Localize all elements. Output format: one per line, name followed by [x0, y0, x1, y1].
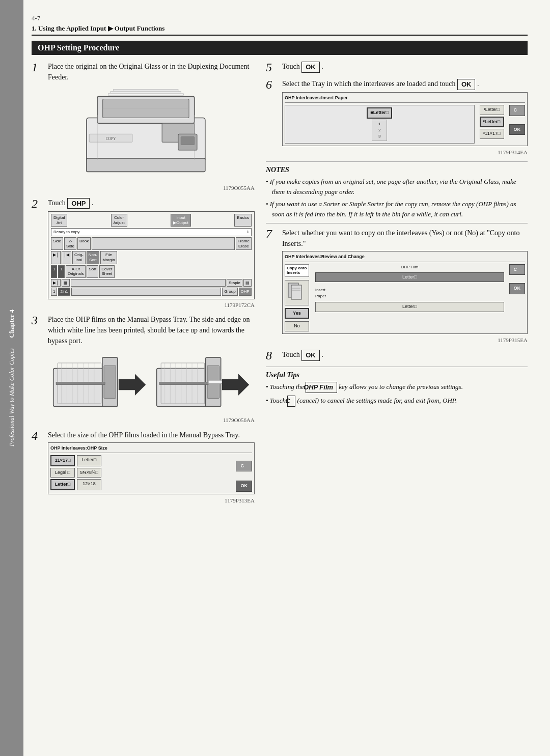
step-3-text: Place the OHP films on the Manual Bypass…: [48, 314, 255, 346]
step-3-body: Place the OHP films on the Manual Bypass…: [48, 314, 255, 425]
step-3: 3 Place the OHP films on the Manual Bypa…: [32, 314, 255, 425]
right-column: 5 Touch OK . 6 Select the Tray in which …: [266, 61, 528, 742]
review-dialog-title: OHP Interleaves:Review and Change: [285, 254, 525, 262]
left-column: 1 Place the original on the Original Gla…: [32, 61, 255, 742]
step-2-caption: 1179P172CA: [48, 301, 255, 310]
ohp-button[interactable]: OHP: [67, 198, 90, 209]
tip-item-2: • Touch C (cancel) to cancel the setting…: [266, 396, 528, 407]
review-ok-btn[interactable]: OK: [509, 283, 526, 294]
insert-c-btn[interactable]: C: [509, 105, 526, 116]
step-7: 7 Select whether you want to copy on the…: [266, 228, 528, 344]
breadcrumb: 1. Using the Applied Input ▶ Output Func…: [32, 24, 528, 36]
note-item-2: • If you want to use a Sorter or Staple …: [266, 199, 528, 219]
step-7-body: Select whether you want to copy on the i…: [282, 228, 528, 344]
panel-btn-arrow-r: │◀: [62, 251, 71, 264]
panel-ready-bar: Ready to copy. 1: [51, 228, 252, 236]
tip-item-1: • Touching the OHP Film key allows you t…: [266, 382, 528, 393]
review-insert-letter[interactable]: Letter□: [315, 302, 504, 312]
film-label: OHP Film: [315, 264, 504, 270]
panel-tab-basics: Basics: [234, 214, 252, 227]
step-1-number: 1: [32, 61, 45, 73]
step-5-ok-button[interactable]: OK: [301, 62, 320, 73]
step-8-text: Touch: [282, 351, 300, 358]
sidebar-chapter-label: Chapter 4: [8, 310, 16, 338]
svg-rect-2: [103, 99, 189, 118]
step-7-caption: 1179P315EA: [282, 336, 528, 345]
tip-c-btn[interactable]: C: [287, 396, 295, 407]
step-6-body: Select the Tray in which the interleaves…: [282, 78, 528, 156]
review-no-btn[interactable]: No: [285, 321, 309, 331]
ohp-size-dialog-title: OHP Interleaves:OHP Size: [50, 445, 252, 454]
step-4-body: Select the size of the OHP films loaded …: [48, 430, 255, 505]
step-5-body: Touch OK .: [282, 61, 528, 73]
step-6-number: 6: [266, 78, 279, 91]
dlg-btn-12x18[interactable]: 12×18: [77, 479, 101, 490]
review-dialog: OHP Interleaves:Review and Change Copy o…: [282, 251, 528, 334]
panel-btn-staple-icon: ▤: [243, 279, 252, 287]
insert-letter-left[interactable]: ■Letter□: [367, 107, 392, 119]
panel-btn-group: Group: [222, 288, 237, 296]
svg-rect-27: [56, 382, 105, 385]
panel-btn-icon2: ▦: [62, 279, 70, 287]
panel-btn-1a: 1: [51, 265, 57, 278]
step-7-text: Select whether you want to copy on the i…: [282, 228, 528, 249]
panel-btn-icon1: ▶│: [51, 279, 61, 287]
note-item-1: • If you make copies from an original se…: [266, 177, 528, 197]
insert-letter1[interactable]: ¹Letter□: [480, 105, 504, 115]
film-letter-hl: Letter□: [315, 272, 504, 283]
step-6-ok-button[interactable]: OK: [457, 79, 476, 90]
sidebar-pro-label: Professional Way to Make Color Copies: [8, 348, 16, 446]
panel-btn-ohp: OHP: [239, 288, 252, 296]
panel-btn-2in1: 2in1: [58, 288, 70, 296]
panel-tab-input: Input▶Output: [171, 214, 191, 227]
panel-btn-empty2: [71, 279, 226, 287]
notes-divider: [266, 161, 528, 162]
dlg-c-btn[interactable]: C: [236, 461, 252, 472]
notes-section: NOTES • If you make copies from an origi…: [266, 166, 528, 219]
panel-btn-1b: 1: [58, 265, 64, 278]
step-4-number: 4: [32, 430, 45, 442]
panel-btn-2side: 2-Side: [64, 237, 76, 250]
panel-btn-aof: A.OfOriginals: [66, 265, 86, 278]
dlg-btn-letterb[interactable]: Letter□: [50, 479, 75, 490]
step-2-text: Touch OHP .: [48, 198, 255, 209]
dlg-btn-letter[interactable]: Letter□: [77, 455, 101, 466]
insert-11x17[interactable]: ³11×17□: [480, 129, 504, 139]
step-6-text: Select the Tray in which the interleaves…: [282, 78, 528, 90]
dlg-btn-11x17[interactable]: 11×17□: [50, 455, 75, 466]
dlg-btn-5x8[interactable]: 5⅝×8¾□: [77, 468, 101, 478]
step-2: 2 Touch OHP . DigitalArt ColorAdjust: [32, 198, 255, 310]
control-panel-illustration: DigitalArt ColorAdjust Input▶Output Basi…: [48, 211, 255, 299]
panel-btn-1c: 1: [51, 288, 57, 296]
ohp-size-dialog: OHP Interleaves:OHP Size 11×17□ Letter□ …: [48, 442, 255, 494]
panel-btn-original: Orig-inal: [72, 251, 86, 264]
panel-btn-staple: Staple: [227, 279, 242, 287]
insert-letter2[interactable]: ²Letter□: [480, 117, 504, 128]
dlg-btn-legal[interactable]: Legal □: [50, 468, 75, 478]
step-1-caption: 1179O055AA: [48, 184, 255, 192]
dlg-ok-btn[interactable]: OK: [236, 481, 252, 492]
sidebar: Chapter 4 Professional Way to Make Color…: [0, 0, 23, 756]
panel-btn-nonsort: Non-Sort: [87, 251, 99, 264]
review-c-btn[interactable]: C: [509, 264, 526, 275]
panel-btn-sort: Sort: [87, 265, 98, 278]
page-number: 4-7: [32, 14, 528, 22]
panel-tab-color: ColorAdjust: [111, 214, 127, 227]
panel-btn-frame: FrameErase: [236, 237, 252, 250]
svg-text:COPY: COPY: [106, 136, 116, 141]
svg-rect-45: [291, 285, 301, 299]
machine-illustration: COPY: [48, 86, 255, 177]
panel-tab-digital: DigitalArt: [51, 214, 67, 227]
svg-rect-26: [104, 366, 116, 399]
step-8-ok-button[interactable]: OK: [301, 350, 320, 361]
useful-tips-title: Useful Tips: [266, 371, 528, 379]
insert-ok-btn[interactable]: OK: [509, 124, 526, 135]
tip-ohp-film-btn[interactable]: OHP Film: [306, 382, 337, 393]
svg-rect-5: [114, 89, 178, 91]
step-3-number: 3: [32, 314, 45, 326]
svg-marker-43: [222, 374, 249, 396]
review-yes-btn[interactable]: Yes: [285, 308, 309, 319]
main-content: 4-7 1. Using the Applied Input ▶ Output …: [23, 0, 550, 756]
insert-paper-dialog: OHP Interleaves:Insert Paper ■Letter□ 12…: [282, 92, 528, 146]
step-7-number: 7: [266, 228, 279, 240]
